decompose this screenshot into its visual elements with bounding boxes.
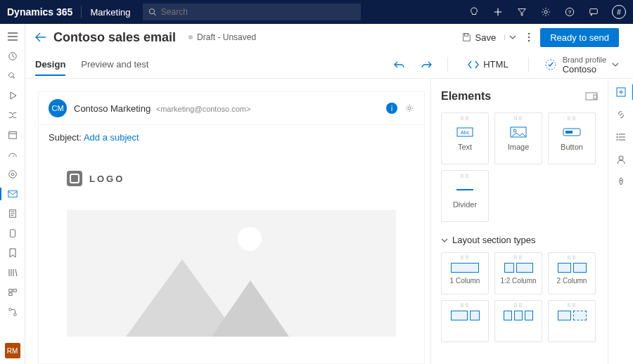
sms-icon[interactable] bbox=[3, 225, 23, 242]
product-brand: Dynamics 365 bbox=[7, 6, 72, 18]
svg-point-19 bbox=[528, 33, 530, 35]
page-title: Contoso sales email bbox=[53, 30, 176, 45]
back-button[interactable] bbox=[35, 32, 46, 42]
layout-1-2-column[interactable]: ⠿⠿1:2 Column bbox=[494, 252, 542, 294]
tile-button[interactable]: ⠿⠿Button bbox=[548, 112, 596, 164]
gauge-icon[interactable] bbox=[3, 146, 23, 163]
library-icon[interactable] bbox=[3, 264, 23, 281]
global-search[interactable] bbox=[143, 4, 361, 20]
svg-point-35 bbox=[616, 136, 618, 138]
play-icon[interactable] bbox=[3, 87, 23, 104]
lightbulb-icon[interactable] bbox=[468, 6, 480, 18]
svg-rect-5 bbox=[590, 9, 598, 14]
svg-rect-15 bbox=[8, 293, 11, 296]
segments-icon[interactable] bbox=[3, 284, 23, 301]
ready-to-send-button[interactable]: Ready to send bbox=[540, 28, 619, 47]
chevron-down-icon bbox=[612, 62, 619, 67]
gear-icon[interactable] bbox=[540, 6, 551, 18]
svg-text:Abc: Abc bbox=[461, 130, 470, 135]
chevron-down-icon[interactable] bbox=[504, 34, 516, 40]
header-settings-icon[interactable] bbox=[404, 103, 414, 113]
svg-rect-31 bbox=[565, 131, 573, 134]
svg-point-2 bbox=[544, 11, 547, 13]
svg-rect-7 bbox=[8, 132, 16, 139]
redo-button[interactable] bbox=[421, 60, 432, 70]
element-tiles: ⠿⠿AbcText ⠿⠿Image ⠿⠿Button ⠿⠿Divider bbox=[441, 112, 598, 222]
form-icon[interactable] bbox=[3, 205, 23, 222]
svg-point-21 bbox=[528, 40, 530, 42]
list-icon[interactable] bbox=[615, 131, 627, 143]
help-icon[interactable]: ? bbox=[564, 6, 575, 18]
chat-icon[interactable] bbox=[588, 6, 599, 18]
layout-tiles: ⠿⠿1 Column ⠿⠿1:2 Column ⠿⠿2 Column ⠿⠿ ⠿⠿… bbox=[441, 252, 598, 342]
user-avatar[interactable]: # bbox=[612, 5, 626, 19]
svg-point-34 bbox=[616, 134, 618, 135]
subject-row: Subject: Add a subject bbox=[39, 125, 424, 150]
calendar-icon[interactable] bbox=[3, 126, 23, 143]
mail-icon[interactable] bbox=[3, 186, 23, 202]
search-input[interactable] bbox=[161, 7, 356, 17]
svg-point-16 bbox=[8, 308, 11, 311]
app-name: Marketing bbox=[90, 7, 130, 18]
svg-point-37 bbox=[619, 156, 623, 160]
logo-text: LOGO bbox=[89, 174, 124, 184]
svg-rect-14 bbox=[13, 290, 15, 292]
clock-icon[interactable] bbox=[3, 48, 23, 65]
status-dot bbox=[188, 35, 193, 39]
svg-point-36 bbox=[616, 139, 618, 141]
search-icon bbox=[148, 8, 156, 16]
svg-rect-10 bbox=[8, 191, 16, 197]
layout-3-column[interactable]: ⠿⠿ bbox=[494, 300, 542, 342]
sender-avatar: CM bbox=[49, 99, 67, 117]
page-header: Contoso sales email Draft - Unsaved Save… bbox=[25, 24, 633, 51]
tile-text[interactable]: ⠿⠿AbcText bbox=[441, 112, 489, 164]
layout-2-column[interactable]: ⠿⠿2 Column bbox=[548, 252, 596, 294]
html-view-button[interactable]: HTML bbox=[463, 56, 512, 72]
add-subject-link[interactable]: Add a subject bbox=[84, 132, 139, 143]
plus-icon[interactable] bbox=[492, 6, 504, 18]
svg-line-1 bbox=[154, 13, 156, 15]
layout-2-1-column[interactable]: ⠿⠿ bbox=[441, 300, 489, 342]
info-icon[interactable]: i bbox=[386, 103, 397, 114]
filter-icon[interactable] bbox=[516, 6, 528, 18]
bookmark-icon[interactable] bbox=[3, 245, 23, 261]
target-icon[interactable] bbox=[3, 166, 23, 183]
rocket-icon[interactable] bbox=[615, 176, 627, 188]
elements-panel: Elements ⠿⠿AbcText ⠿⠿Image ⠿⠿Button ⠿⠿Di… bbox=[430, 79, 608, 364]
layout-section-header[interactable]: Layout section types bbox=[441, 235, 598, 245]
area-switcher[interactable]: RM bbox=[5, 343, 20, 358]
logo-block[interactable]: LOGO bbox=[67, 171, 396, 186]
flow-icon[interactable] bbox=[3, 304, 23, 320]
svg-rect-12 bbox=[10, 230, 15, 238]
tile-image[interactable]: ⠿⠿Image bbox=[494, 112, 542, 164]
chevron-down-icon bbox=[441, 238, 448, 243]
tile-divider[interactable]: ⠿⠿Divider bbox=[441, 170, 489, 222]
tab-preview[interactable]: Preview and test bbox=[81, 53, 148, 75]
elements-tab-icon[interactable] bbox=[615, 86, 627, 98]
save-button[interactable]: Save bbox=[460, 30, 518, 46]
brand-profile-selector[interactable]: Brand profile Contoso bbox=[544, 55, 619, 74]
email-body[interactable]: LOGO bbox=[39, 150, 424, 358]
image-placeholder[interactable] bbox=[67, 210, 396, 337]
layout-1-column[interactable]: ⠿⠿1 Column bbox=[441, 252, 489, 294]
tab-design[interactable]: Design bbox=[35, 53, 65, 75]
panel-title: Elements bbox=[441, 90, 585, 103]
undo-button[interactable] bbox=[394, 60, 405, 70]
hamburger-icon[interactable] bbox=[3, 28, 23, 45]
layout-custom[interactable]: ⠿⠿ bbox=[548, 300, 596, 342]
journey-icon[interactable] bbox=[3, 107, 23, 124]
device-preview-icon[interactable] bbox=[585, 92, 598, 100]
svg-point-38 bbox=[620, 180, 622, 181]
more-actions[interactable] bbox=[528, 32, 530, 42]
editor-tabs: Design Preview and test HTML Brand profi… bbox=[25, 51, 633, 79]
svg-point-0 bbox=[150, 9, 155, 14]
link-icon[interactable] bbox=[615, 108, 627, 121]
email-canvas[interactable]: CM Contoso Marketing <marketing@contoso.… bbox=[38, 91, 425, 364]
pin-icon[interactable] bbox=[3, 67, 23, 84]
code-icon bbox=[468, 60, 479, 69]
svg-point-17 bbox=[13, 313, 16, 316]
divider bbox=[81, 6, 82, 18]
svg-rect-18 bbox=[464, 34, 468, 37]
person-icon[interactable] bbox=[615, 153, 627, 166]
design-canvas-wrap: CM Contoso Marketing <marketing@contoso.… bbox=[25, 79, 430, 364]
